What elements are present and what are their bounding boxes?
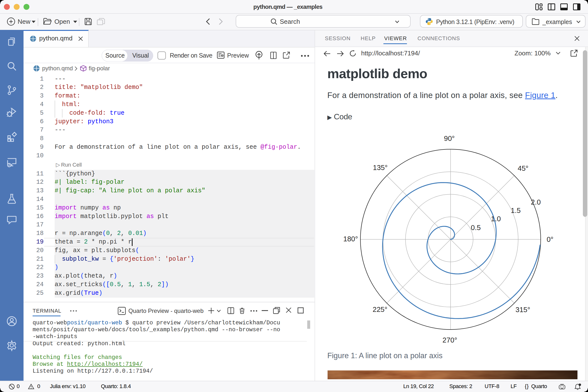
svg-text:1.5: 1.5 [511, 206, 520, 214]
svg-text:135°: 135° [373, 164, 388, 172]
svg-text:270°: 270° [442, 336, 457, 344]
svg-text:0.5: 0.5 [471, 224, 481, 232]
svg-text:315°: 315° [516, 306, 530, 314]
svg-text:180°: 180° [343, 235, 358, 243]
svg-text:45°: 45° [518, 164, 528, 172]
svg-text:2.0: 2.0 [531, 198, 541, 206]
svg-text:90°: 90° [444, 134, 455, 142]
svg-text:1.0: 1.0 [491, 215, 501, 223]
svg-text:0°: 0° [546, 236, 554, 243]
svg-text:225°: 225° [373, 306, 387, 313]
